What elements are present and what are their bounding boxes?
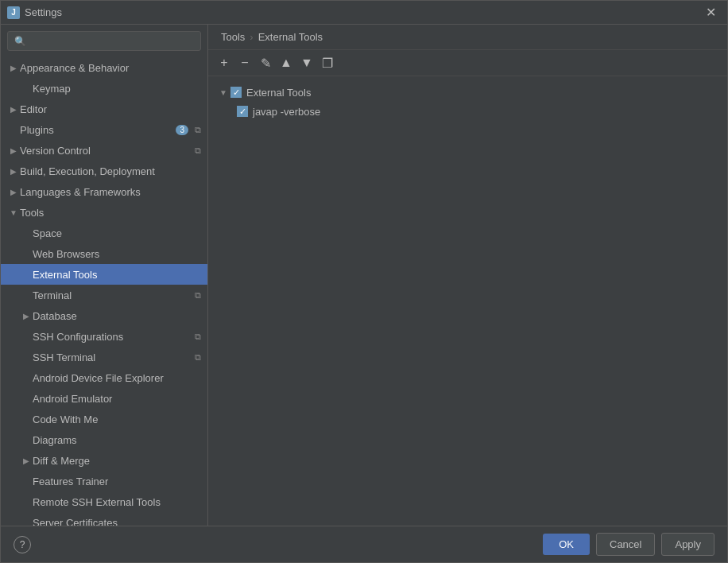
sidebar-item-label: Plugins <box>20 124 176 136</box>
breadcrumb: Tools › External Tools <box>208 25 727 50</box>
sidebar-item-diff-merge[interactable]: ▶ Diff & Merge <box>1 450 207 471</box>
ok-button[interactable]: OK <box>543 534 590 555</box>
sidebar-item-appearance[interactable]: ▶ Appearance & Behavior <box>1 57 207 78</box>
spacer-icon <box>20 289 33 301</box>
sidebar-item-label: Code With Me <box>33 414 207 425</box>
breadcrumb-parent: Tools <box>221 31 245 43</box>
sidebar-item-code-with-me[interactable]: Code With Me <box>1 409 207 429</box>
left-panel: 🔍 ▶ Appearance & Behavior Keymap ▶ Edit <box>1 25 208 526</box>
move-down-button[interactable]: ▼ <box>297 53 316 72</box>
sidebar-item-web-browsers[interactable]: Web Browsers <box>1 243 207 264</box>
move-up-button[interactable]: ▲ <box>277 53 296 72</box>
sidebar-item-features-trainer[interactable]: Features Trainer <box>1 471 207 491</box>
item-checkbox[interactable]: ✓ <box>237 106 248 117</box>
group-label: External Tools <box>246 87 311 99</box>
spacer-icon <box>20 227 33 239</box>
expand-icon: ▶ <box>7 185 20 198</box>
sidebar-item-android-device[interactable]: Android Device File Explorer <box>1 367 207 388</box>
sidebar-item-plugins[interactable]: Plugins 3 ⧉ <box>1 119 207 140</box>
breadcrumb-separator: › <box>250 31 253 43</box>
bottom-bar: ? OK Cancel Apply <box>1 526 727 562</box>
spacer-icon <box>20 330 33 343</box>
external-link-icon: ⧉ <box>192 289 204 301</box>
sidebar-item-label: Remote SSH External Tools <box>33 496 207 508</box>
spacer-icon <box>20 495 33 508</box>
sidebar-item-label: SSH Configurations <box>33 331 192 343</box>
plugins-badge: 3 <box>176 125 188 135</box>
sidebar-item-tools[interactable]: ▼ Tools <box>1 202 207 223</box>
sidebar-item-label: Version Control <box>20 145 192 157</box>
title-bar: J Settings ✕ <box>1 1 727 25</box>
sidebar-item-keymap[interactable]: Keymap <box>1 78 207 99</box>
sidebar-item-label: Database <box>33 310 207 322</box>
sidebar-item-terminal[interactable]: Terminal ⧉ <box>1 285 207 305</box>
add-button[interactable]: + <box>215 53 234 72</box>
spacer-icon <box>20 392 33 405</box>
tools-group-external-tools[interactable]: ▼ ✓ External Tools <box>215 83 721 102</box>
main-content-area: 🔍 ▶ Appearance & Behavior Keymap ▶ Edit <box>1 25 727 526</box>
sidebar-item-database[interactable]: ▶ Database <box>1 305 207 326</box>
expand-icon: ▶ <box>20 309 33 322</box>
edit-button[interactable]: ✎ <box>256 53 275 72</box>
group-checkbox[interactable]: ✓ <box>230 87 242 98</box>
sidebar-item-label: Web Browsers <box>33 248 207 260</box>
tools-item-javap[interactable]: ✓ javap -verbose <box>215 102 721 121</box>
spacer-icon <box>20 433 33 446</box>
close-button[interactable]: ✕ <box>701 3 721 21</box>
cancel-button[interactable]: Cancel <box>596 533 655 556</box>
sidebar-item-diagrams[interactable]: Diagrams <box>1 429 207 450</box>
spacer-icon <box>20 516 33 526</box>
expand-icon: ▶ <box>20 454 33 467</box>
sidebar-item-languages[interactable]: ▶ Languages & Frameworks <box>1 181 207 202</box>
help-button[interactable]: ? <box>14 536 31 553</box>
remove-button[interactable]: − <box>235 53 254 72</box>
sidebar-item-version-control[interactable]: ▶ Version Control ⧉ <box>1 140 207 161</box>
spacer-icon <box>20 475 33 487</box>
sidebar-item-label: Android Emulator <box>33 393 207 405</box>
sidebar-item-android-emulator[interactable]: Android Emulator <box>1 388 207 409</box>
spacer-icon <box>20 247 33 260</box>
sidebar-item-label: Build, Execution, Deployment <box>20 165 207 177</box>
sidebar-item-build[interactable]: ▶ Build, Execution, Deployment <box>1 161 207 181</box>
spacer-icon <box>20 268 33 281</box>
sidebar-item-ssh-configurations[interactable]: SSH Configurations ⧉ <box>1 326 207 347</box>
sidebar-item-label: Languages & Frameworks <box>20 186 207 198</box>
group-expand-icon: ▼ <box>218 87 229 98</box>
search-input[interactable] <box>31 35 194 47</box>
right-panel: Tools › External Tools + − ✎ ▲ ▼ ❐ ▼ <box>208 25 727 526</box>
expand-icon: ▶ <box>7 144 20 157</box>
tools-content: ▼ ✓ External Tools ✓ javap -verbose <box>208 76 727 526</box>
sidebar-item-label: Appearance & Behavior <box>20 62 207 74</box>
search-box[interactable]: 🔍 <box>7 31 201 51</box>
sidebar-item-server-certificates[interactable]: Server Certificates <box>1 512 207 526</box>
sidebar-item-label: Diff & Merge <box>33 455 207 467</box>
sidebar-item-ssh-terminal[interactable]: SSH Terminal ⧉ <box>1 347 207 367</box>
sidebar-item-label: Tools <box>20 207 207 219</box>
spacer-icon <box>20 351 33 363</box>
apply-button[interactable]: Apply <box>661 533 714 556</box>
sidebar-item-label: SSH Terminal <box>33 351 192 363</box>
sidebar-item-remote-ssh[interactable]: Remote SSH External Tools <box>1 491 207 512</box>
search-icon: 🔍 <box>14 36 26 47</box>
sidebar-item-external-tools[interactable]: External Tools <box>1 264 207 285</box>
sidebar-item-editor[interactable]: ▶ Editor <box>1 99 207 119</box>
external-tools-tree: ▼ ✓ External Tools ✓ javap -verbose <box>215 83 721 121</box>
expand-icon: ▼ <box>7 206 20 219</box>
bottom-right: OK Cancel Apply <box>543 533 714 556</box>
sidebar-item-label: Editor <box>20 103 207 115</box>
spacer-icon <box>20 82 33 95</box>
dialog-title: Settings <box>25 6 701 18</box>
sidebar-item-space[interactable]: Space <box>1 223 207 243</box>
bottom-left: ? <box>14 536 31 553</box>
spacer-icon <box>20 371 33 384</box>
expand-icon: ▶ <box>7 165 20 177</box>
sidebar-item-label: Space <box>33 227 207 239</box>
spacer-icon <box>20 413 33 425</box>
sidebar-item-label: Android Device File Explorer <box>33 372 207 384</box>
sidebar-item-label: Diagrams <box>33 434 207 446</box>
sidebar-item-label: Keymap <box>33 83 207 95</box>
settings-tree: ▶ Appearance & Behavior Keymap ▶ Editor … <box>1 57 207 526</box>
copy-button[interactable]: ❐ <box>318 53 337 72</box>
expand-icon: ▶ <box>7 61 20 74</box>
tools-toolbar: + − ✎ ▲ ▼ ❐ <box>208 50 727 76</box>
